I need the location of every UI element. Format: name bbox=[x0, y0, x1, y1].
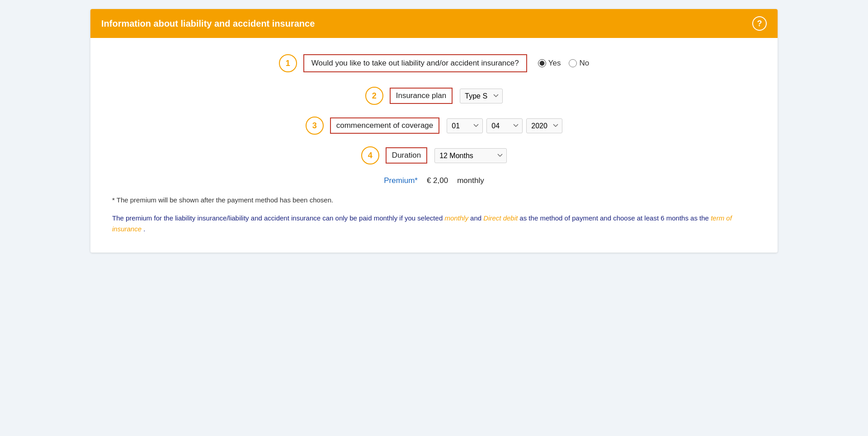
form-section: 1 Would you like to take out liability a… bbox=[112, 54, 756, 196]
info-line1: The premium for the liability insurance/… bbox=[112, 214, 443, 222]
card-body: 1 Would you like to take out liability a… bbox=[90, 38, 778, 253]
info-monthly: monthly bbox=[444, 214, 468, 222]
duration-select[interactable]: 1 Month 3 Months 6 Months 12 Months 24 M… bbox=[434, 148, 507, 163]
insurance-plan-select[interactable]: Type S Type M Type L bbox=[460, 89, 503, 103]
step4-circle: 4 bbox=[361, 146, 379, 164]
day-select[interactable]: 01020304 05060708 09101112 13141516 1718… bbox=[447, 118, 483, 133]
premium-label: Premium* bbox=[384, 176, 418, 185]
step1-circle: 1 bbox=[279, 54, 297, 72]
step2-circle: 2 bbox=[365, 87, 383, 105]
help-icon-button[interactable]: ? bbox=[752, 16, 767, 31]
step3-circle: 3 bbox=[306, 117, 324, 135]
radio-yes-text: Yes bbox=[548, 59, 561, 68]
insurance-card: Information about liability and accident… bbox=[90, 9, 778, 253]
step2-label: Insurance plan bbox=[390, 88, 453, 104]
step1-row: 1 Would you like to take out liability a… bbox=[112, 54, 756, 72]
card-title: Information about liability and accident… bbox=[101, 19, 315, 29]
step3-row: 3 commencement of coverage 01020304 0506… bbox=[112, 117, 756, 135]
step1-question: Would you like to take out liability and… bbox=[303, 54, 527, 72]
premium-period: monthly bbox=[457, 176, 484, 185]
year-select[interactable]: 2019 2020 2021 2022 2023 bbox=[526, 118, 562, 133]
card-header: Information about liability and accident… bbox=[90, 9, 778, 38]
date-selects: 01020304 05060708 09101112 13141516 1718… bbox=[447, 118, 562, 133]
radio-yes-input[interactable] bbox=[538, 59, 546, 67]
step4-row: 4 Duration 1 Month 3 Months 6 Months 12 … bbox=[112, 146, 756, 164]
step2-row: 2 Insurance plan Type S Type M Type L bbox=[112, 87, 756, 105]
info-text: The premium for the liability insurance/… bbox=[112, 213, 756, 234]
info-and-text: and bbox=[470, 214, 481, 222]
info-direct-debit: Direct debit bbox=[483, 214, 518, 222]
radio-no-input[interactable] bbox=[569, 59, 577, 67]
step4-label: Duration bbox=[386, 147, 427, 164]
radio-no-text: No bbox=[579, 59, 589, 68]
radio-no-label[interactable]: No bbox=[569, 59, 589, 68]
step3-label: commencement of coverage bbox=[330, 117, 440, 134]
premium-row: Premium* € 2,00 monthly bbox=[384, 176, 484, 185]
info-line2: as the method of payment and choose at l… bbox=[519, 214, 709, 222]
step1-radio-group: Yes No bbox=[538, 59, 589, 68]
month-select[interactable]: 010203 040506 070809 101112 bbox=[486, 118, 523, 133]
footnote-text: * The premium will be shown after the pa… bbox=[112, 196, 756, 204]
radio-yes-label[interactable]: Yes bbox=[538, 59, 561, 68]
info-period: . bbox=[143, 225, 145, 233]
premium-value: € 2,00 bbox=[427, 176, 448, 185]
